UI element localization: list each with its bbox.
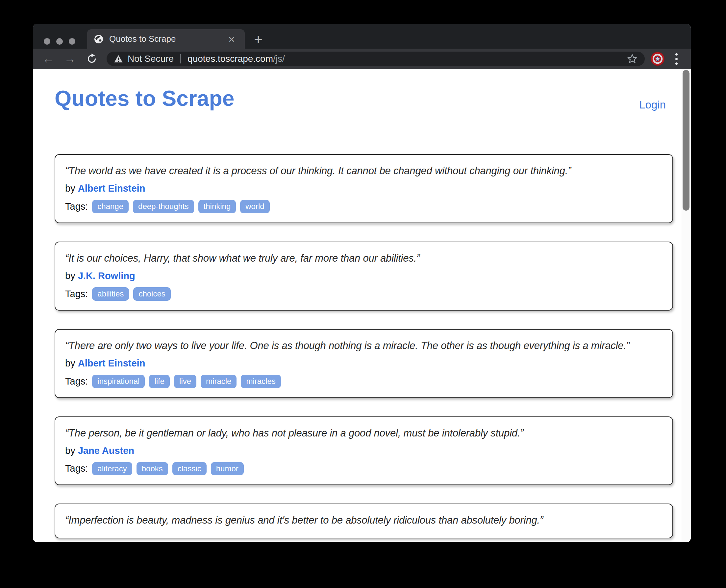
tag-pill[interactable]: change bbox=[92, 200, 128, 213]
forward-button[interactable]: → bbox=[62, 51, 78, 66]
quote-text: “It is our choices, Harry, that show wha… bbox=[65, 250, 663, 267]
tab-strip: Quotes to Scrape × + bbox=[33, 24, 691, 49]
tag-list: inspirationallifelivemiraclemiracles bbox=[92, 375, 281, 388]
quote-by-label: by bbox=[65, 183, 75, 194]
tags-label: Tags: bbox=[65, 201, 88, 212]
quote-tags-row: Tags: aliteracybooksclassichumor bbox=[65, 462, 663, 476]
tags-label: Tags: bbox=[65, 376, 88, 387]
browser-window: Quotes to Scrape × + ← → Not Secure bbox=[33, 24, 691, 542]
not-secure-warning-icon bbox=[114, 54, 123, 63]
scrollbar-thumb[interactable] bbox=[683, 70, 689, 211]
globe-favicon-icon bbox=[94, 34, 104, 44]
tag-pill[interactable]: live bbox=[174, 375, 196, 388]
browser-toolbar: ← → Not Secure quotes.toscrape.com/js/ bbox=[33, 49, 691, 69]
quote-author-row: by Jane Austen bbox=[65, 445, 663, 456]
quote-card: “It is our choices, Harry, that show wha… bbox=[55, 241, 673, 311]
minimize-window-button[interactable] bbox=[56, 38, 63, 45]
quote-author-row: by Albert Einstein bbox=[65, 183, 663, 194]
quote-author-link[interactable]: Jane Austen bbox=[78, 445, 134, 456]
omnibox-divider bbox=[180, 54, 181, 63]
tag-pill[interactable]: aliteracy bbox=[92, 462, 132, 476]
tag-pill[interactable]: deep-thoughts bbox=[133, 200, 194, 213]
vertical-scrollbar[interactable] bbox=[681, 69, 691, 542]
quote-card: “Imperfection is beauty, madness is geni… bbox=[55, 504, 673, 538]
quote-by-label: by bbox=[65, 445, 75, 456]
reload-button[interactable] bbox=[84, 51, 99, 66]
quote-card: “There are only two ways to live your li… bbox=[55, 329, 673, 398]
page-viewport: Quotes to Scrape Login “The world as we … bbox=[33, 69, 691, 542]
tag-pill[interactable]: choices bbox=[133, 287, 170, 301]
security-label: Not Secure bbox=[128, 54, 174, 64]
tag-pill[interactable]: thinking bbox=[198, 200, 236, 213]
tags-label: Tags: bbox=[65, 463, 88, 474]
profile-avatar-shield[interactable] bbox=[651, 52, 665, 66]
site-title: Quotes to Scrape bbox=[55, 85, 234, 111]
page-body: Quotes to Scrape Login “The world as we … bbox=[33, 85, 691, 538]
address-bar[interactable]: Not Secure quotes.toscrape.com/js/ bbox=[106, 51, 645, 66]
tag-pill[interactable]: miracle bbox=[201, 375, 237, 388]
tag-pill[interactable]: books bbox=[137, 462, 168, 476]
url-text: quotes.toscrape.com/js/ bbox=[187, 54, 285, 64]
bookmark-star-icon[interactable] bbox=[627, 54, 638, 64]
quote-card: “The person, be it gentleman or lady, wh… bbox=[55, 416, 673, 485]
quote-author-link[interactable]: J.K. Rowling bbox=[78, 271, 135, 281]
tag-pill[interactable]: inspirational bbox=[92, 375, 145, 388]
url-path: /js/ bbox=[273, 54, 285, 64]
tag-list: changedeep-thoughtsthinkingworld bbox=[92, 200, 269, 213]
url-domain: quotes.toscrape.com bbox=[187, 54, 273, 64]
tag-pill[interactable]: humor bbox=[211, 462, 244, 476]
back-button[interactable]: ← bbox=[41, 51, 56, 66]
quote-author-link[interactable]: Albert Einstein bbox=[78, 358, 145, 369]
new-tab-button[interactable]: + bbox=[251, 32, 265, 47]
tag-pill[interactable]: life bbox=[149, 375, 170, 388]
tag-list: abilitieschoices bbox=[92, 287, 170, 301]
quote-author-link[interactable]: Albert Einstein bbox=[78, 183, 145, 194]
window-controls bbox=[44, 38, 75, 45]
quote-text: “Imperfection is beauty, madness is geni… bbox=[65, 512, 663, 528]
tab-close-icon[interactable]: × bbox=[225, 33, 238, 46]
quote-text: “The person, be it gentleman or lady, wh… bbox=[65, 425, 663, 441]
quote-text: “The world as we have created it is a pr… bbox=[65, 163, 663, 179]
quote-tags-row: Tags: abilitieschoices bbox=[65, 287, 663, 301]
tab-title: Quotes to Scrape bbox=[109, 34, 176, 44]
quote-card: “The world as we have created it is a pr… bbox=[55, 154, 673, 223]
tag-list: aliteracybooksclassichumor bbox=[92, 462, 243, 476]
close-window-button[interactable] bbox=[44, 38, 50, 45]
tag-pill[interactable]: classic bbox=[173, 462, 207, 476]
tag-pill[interactable]: miracles bbox=[241, 375, 281, 388]
quote-text: “There are only two ways to live your li… bbox=[65, 338, 663, 354]
tag-pill[interactable]: world bbox=[240, 200, 269, 213]
quotes-list: “The world as we have created it is a pr… bbox=[55, 154, 673, 538]
quote-tags-row: Tags: changedeep-thoughtsthinkingworld bbox=[65, 200, 663, 213]
quote-tags-row: Tags: inspirationallifelivemiraclemiracl… bbox=[65, 375, 663, 388]
browser-tab[interactable]: Quotes to Scrape × bbox=[87, 29, 245, 49]
page-header: Quotes to Scrape Login bbox=[55, 85, 673, 111]
quote-author-row: by Albert Einstein bbox=[65, 358, 663, 369]
login-link[interactable]: Login bbox=[639, 99, 666, 111]
tag-pill[interactable]: abilities bbox=[92, 287, 129, 301]
quote-by-label: by bbox=[65, 271, 75, 281]
browser-menu-icon[interactable] bbox=[670, 51, 683, 66]
tags-label: Tags: bbox=[65, 289, 88, 299]
quote-author-row: by J.K. Rowling bbox=[65, 271, 663, 281]
zoom-window-button[interactable] bbox=[69, 38, 75, 45]
quote-by-label: by bbox=[65, 358, 75, 369]
